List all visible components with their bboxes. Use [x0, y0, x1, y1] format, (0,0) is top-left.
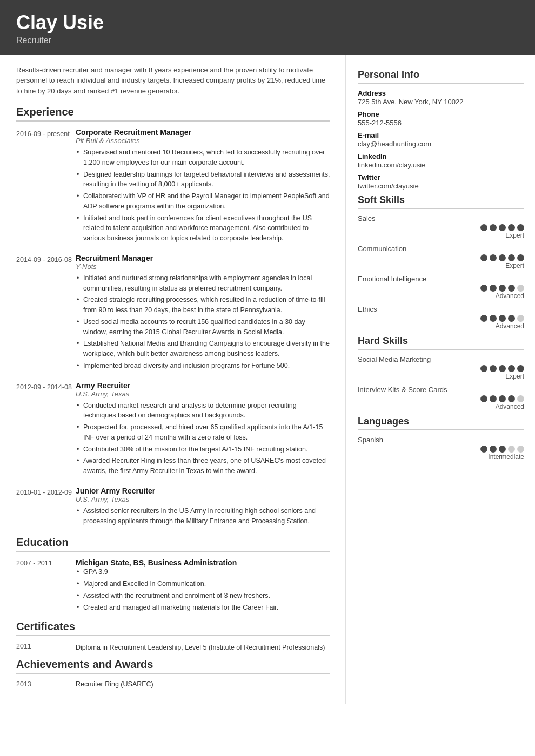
experience-list: 2016-09 - presentCorporate Recruitment M… — [16, 128, 330, 528]
exp-role: Junior Army Recruiter — [76, 487, 330, 495]
exp-role: Army Recruiter — [76, 381, 330, 390]
skill-dot-filled — [499, 395, 506, 402]
skill-name: Social Media Marketing — [358, 355, 524, 363]
skill-dot-filled — [480, 395, 487, 402]
exp-bullet: Initiated and nurtured strong relationsh… — [76, 273, 330, 294]
edu-bullet: Created and managed all marketing materi… — [76, 603, 330, 613]
education-list: 2007 - 2011Michigan State, BS, Business … — [16, 558, 330, 614]
left-column: Results-driven recruiter and manager wit… — [0, 55, 346, 705]
exp-bullet: Conducted market research and analysis t… — [76, 401, 330, 421]
education-entry: 2007 - 2011Michigan State, BS, Business … — [16, 558, 330, 614]
edu-bullets: GPA 3.9Majored and Excelled in Communica… — [76, 567, 330, 612]
header: Clay Usie Recruiter — [0, 0, 535, 55]
skill-name: Emotional Intelligence — [358, 275, 524, 283]
skill-dot-empty — [517, 315, 524, 322]
main-container: Results-driven recruiter and manager wit… — [0, 55, 535, 705]
skill-level: Advanced — [358, 403, 524, 410]
email-value: clay@headhunting.com — [358, 140, 524, 148]
skill-dot-filled — [508, 285, 515, 292]
skill-item: Emotional IntelligenceAdvanced — [358, 275, 524, 300]
skill-item: CommunicationExpert — [358, 245, 524, 269]
email-label: E-mail — [358, 131, 524, 139]
skill-dots — [358, 315, 524, 322]
skill-dot-empty — [508, 446, 515, 453]
address-value: 725 5th Ave, New York, NY 10022 — [358, 98, 524, 106]
skill-dot-filled — [499, 446, 506, 453]
twitter-label: Twitter — [358, 173, 524, 181]
experience-entry: 2014-09 - 2016-08Recruitment ManagerY-No… — [16, 254, 330, 373]
exp-bullets: Initiated and nurtured strong relationsh… — [76, 273, 330, 371]
skill-dot-filled — [480, 254, 487, 261]
exp-company: Pit Bull & Associates — [76, 137, 330, 145]
cert-text: Diploma in Recruitment Leadership, Level… — [76, 643, 330, 653]
award-date: 2013 — [16, 680, 76, 688]
exp-bullets: Conducted market research and analysis t… — [76, 401, 330, 476]
skill-dot-filled — [480, 365, 487, 372]
skill-dots — [358, 224, 524, 231]
skill-name: Communication — [358, 245, 524, 253]
exp-bullet: Awarded Recruiter Ring in less than thre… — [76, 456, 330, 476]
exp-bullet: Assisted senior recruiters in the US Arm… — [76, 506, 330, 526]
skill-name: Interview Kits & Score Cards — [358, 386, 524, 394]
experience-section-title: Experience — [16, 106, 330, 122]
edu-bullet: Assisted with the recruitment and enrolm… — [76, 591, 330, 601]
exp-company: Y-Nots — [76, 262, 330, 271]
candidate-title: Recruiter — [16, 36, 519, 45]
exp-bullet: Collaborated with VP of HR and the Payro… — [76, 191, 330, 212]
exp-date: 2014-09 - 2016-08 — [16, 254, 76, 373]
skill-dot-filled — [480, 285, 487, 292]
experience-entry: 2010-01 - 2012-09Junior Army RecruiterU.… — [16, 487, 330, 528]
skill-dot-filled — [508, 315, 515, 322]
skill-dot-filled — [490, 285, 497, 292]
skill-dot-filled — [517, 224, 524, 231]
exp-bullet: Used social media accounts to recruit 15… — [76, 317, 330, 338]
skill-level: Intermediate — [358, 453, 524, 461]
exp-date: 2010-01 - 2012-09 — [16, 487, 76, 528]
skill-dot-filled — [499, 315, 506, 322]
skill-dot-filled — [508, 365, 515, 372]
achievements-section-title: Achievements and Awards — [16, 658, 330, 674]
experience-entry: 2012-09 - 2014-08Army RecruiterU.S. Army… — [16, 381, 330, 478]
skill-dot-filled — [508, 224, 515, 231]
skill-level: Advanced — [358, 292, 524, 300]
skill-item: SalesExpert — [358, 214, 524, 239]
skill-dot-filled — [480, 224, 487, 231]
exp-bullet: Prospected for, processed, and hired ove… — [76, 422, 330, 443]
exp-bullet: Implemented broad diversity and inclusio… — [76, 361, 330, 371]
skill-dots — [358, 254, 524, 261]
skill-level: Expert — [358, 232, 524, 239]
achievements-list: 2013Recruiter Ring (USAREC) — [16, 680, 330, 688]
skill-dots — [358, 395, 524, 402]
skill-dots — [358, 285, 524, 292]
achievement-entry: 2013Recruiter Ring (USAREC) — [16, 680, 330, 688]
skill-dot-filled — [490, 446, 497, 453]
skill-name: Ethics — [358, 305, 524, 313]
skill-dot-filled — [499, 285, 506, 292]
exp-bullet: Established National Media and Branding … — [76, 339, 330, 359]
skill-dot-filled — [490, 315, 497, 322]
skill-dot-filled — [508, 254, 515, 261]
exp-role: Corporate Recruitment Manager — [76, 128, 330, 137]
cert-date: 2011 — [16, 643, 76, 653]
award-text: Recruiter Ring (USAREC) — [76, 680, 330, 688]
edu-school: Michigan State, BS, Business Administrat… — [76, 558, 330, 567]
right-column: Personal Info Address 725 5th Ave, New Y… — [346, 55, 535, 705]
skill-dots — [358, 365, 524, 372]
exp-role: Recruitment Manager — [76, 254, 330, 262]
skill-item: SpanishIntermediate — [358, 436, 524, 461]
skill-dot-empty — [517, 285, 524, 292]
skill-dot-filled — [490, 224, 497, 231]
edu-bullet: Majored and Excelled in Communication. — [76, 579, 330, 589]
exp-company: U.S. Army, Texas — [76, 495, 330, 503]
exp-bullets: Supervised and mentored 10 Recruiters, w… — [76, 147, 330, 244]
hard-skills-list: Social Media MarketingExpertInterview Ki… — [358, 355, 524, 410]
certificates-list: 2011Diploma in Recruitment Leadership, L… — [16, 643, 330, 653]
skill-level: Advanced — [358, 322, 524, 330]
exp-bullet: Designed leadership trainings for target… — [76, 170, 330, 190]
linkedin-label: LinkedIn — [358, 152, 524, 160]
skill-dot-filled — [480, 315, 487, 322]
exp-bullet: Created strategic recruiting processes, … — [76, 295, 330, 315]
exp-bullets: Assisted senior recruiters in the US Arm… — [76, 506, 330, 526]
skill-dot-filled — [499, 254, 506, 261]
skill-dot-filled — [517, 365, 524, 372]
